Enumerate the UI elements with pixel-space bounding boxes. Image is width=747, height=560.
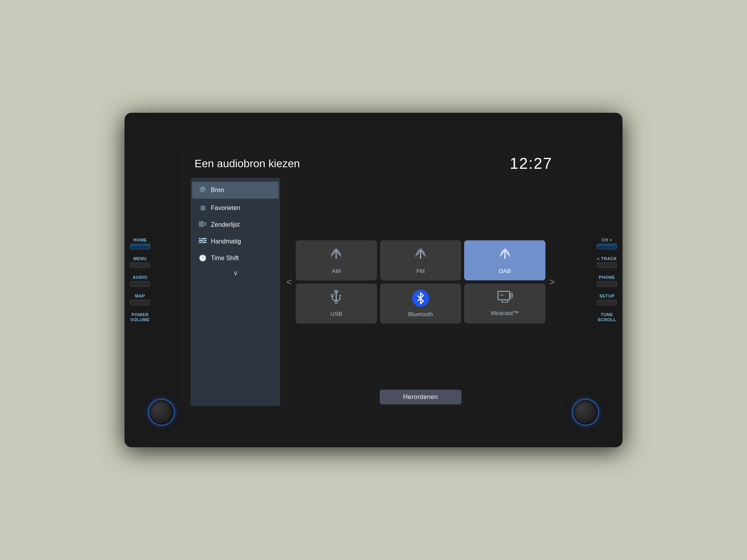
zenderlijst-label: Zenderlijst	[211, 221, 240, 228]
menu-button-group: MENU	[130, 256, 150, 268]
tune-scroll-group: TUNESCROLL	[598, 312, 616, 322]
handmatig-icon	[198, 238, 207, 245]
source-grid-wrapper: < AM	[285, 178, 556, 386]
source-dab[interactable]: DAB	[464, 240, 545, 280]
audio-button[interactable]	[130, 281, 150, 287]
svg-point-12	[420, 257, 421, 259]
home-label: HOME	[133, 238, 147, 242]
map-button[interactable]	[130, 300, 150, 305]
timeshift-label: Time Shift	[211, 255, 238, 262]
power-volume-group: POWERVOLUME	[130, 312, 150, 322]
bron-icon	[198, 186, 207, 195]
sidebar-item-timeshift[interactable]: 🕐 Time Shift	[192, 250, 279, 266]
screen-clock: 12:27	[510, 155, 552, 172]
sidebar-menu: Bron ⊞ Favorieten	[191, 178, 280, 406]
phone-label: PHONE	[599, 275, 615, 280]
svg-rect-5	[199, 238, 207, 239]
menu-button[interactable]	[130, 262, 150, 268]
source-usb[interactable]: USB	[296, 284, 377, 324]
am-label: AM	[332, 268, 341, 274]
zenderlijst-icon	[198, 221, 207, 229]
home-button[interactable]	[130, 244, 150, 249]
bottom-bar: Herordenen	[285, 390, 556, 406]
tune-scroll-label: TUNESCROLL	[598, 312, 616, 322]
map-button-group: MAP	[130, 294, 150, 305]
svg-rect-10	[202, 242, 203, 243]
sidebar-more-button[interactable]: ∨	[191, 269, 280, 277]
source-fm[interactable]: FM	[380, 240, 461, 280]
svg-rect-8	[200, 238, 202, 240]
power-volume-label: POWERVOLUME	[130, 312, 150, 322]
source-area: < AM	[285, 178, 556, 406]
setup-label: SETUP	[599, 294, 614, 298]
am-icon	[329, 247, 344, 264]
dab-icon	[498, 247, 512, 264]
infotainment-screen: Een audiobron kiezen 12:27 Bron	[183, 148, 564, 412]
map-label: MAP	[135, 294, 145, 298]
svg-point-11	[335, 257, 337, 259]
svg-rect-4	[199, 226, 204, 226]
svg-rect-15	[331, 294, 333, 296]
right-button-panel: CH > < TRACK PHONE SETUP TUNESCROLL	[591, 230, 622, 330]
track-button[interactable]	[597, 262, 617, 268]
track-label: < TRACK	[597, 256, 617, 261]
track-button-group: < TRACK	[597, 256, 617, 268]
audio-label: AUDIO	[133, 275, 147, 280]
setup-button-group: SETUP	[597, 294, 617, 305]
bluetooth-icon	[412, 290, 429, 307]
dab-label: DAB	[499, 268, 511, 274]
handmatig-label: Handmatig	[211, 238, 241, 245]
setup-button[interactable]	[597, 300, 617, 305]
svg-rect-9	[203, 240, 204, 242]
screen-title: Een audiobron kiezen	[195, 158, 300, 170]
screen-content: Bron ⊞ Favorieten	[183, 178, 564, 412]
screen-header: Een audiobron kiezen 12:27	[183, 148, 564, 178]
menu-label: MENU	[133, 256, 147, 261]
source-miracast[interactable]: Miracast™	[464, 284, 545, 324]
svg-rect-17	[498, 291, 510, 300]
tune-scroll-knob[interactable]	[572, 399, 599, 426]
next-arrow[interactable]: >	[548, 276, 556, 287]
sidebar-item-bron[interactable]: Bron	[192, 182, 279, 199]
sidebar-item-handmatig[interactable]: Handmatig	[192, 234, 279, 249]
svg-rect-3	[199, 224, 204, 224]
audio-button-group: AUDIO	[130, 275, 150, 287]
phone-button[interactable]	[597, 281, 617, 287]
svg-rect-6	[199, 240, 207, 241]
bluetooth-label: Bluetooth	[408, 311, 433, 317]
car-infotainment-unit: HOME MENU AUDIO MAP POWERVOLUME CH > < T…	[124, 113, 622, 447]
fm-icon	[413, 247, 428, 264]
miracast-label: Miracast™	[491, 310, 519, 316]
favorieten-icon: ⊞	[198, 204, 207, 212]
svg-point-13	[504, 257, 506, 259]
sidebar-item-zenderlijst[interactable]: Zenderlijst	[192, 217, 279, 233]
ch-button[interactable]	[597, 244, 617, 249]
usb-icon	[330, 290, 342, 306]
home-button-group: HOME	[130, 238, 150, 249]
left-button-panel: HOME MENU AUDIO MAP POWERVOLUME	[124, 230, 156, 330]
favorieten-label: Favorieten	[211, 205, 240, 212]
source-am[interactable]: AM	[296, 240, 377, 280]
prev-arrow[interactable]: <	[285, 276, 293, 287]
timeshift-icon: 🕐	[198, 254, 207, 262]
svg-point-16	[335, 301, 337, 303]
source-bluetooth[interactable]: Bluetooth	[380, 284, 461, 324]
ch-button-group: CH >	[597, 238, 617, 249]
power-volume-knob[interactable]	[148, 399, 175, 426]
source-grid: AM FM	[296, 240, 545, 324]
bron-label: Bron	[211, 187, 224, 194]
miracast-icon	[497, 290, 513, 306]
usb-label: USB	[330, 310, 342, 317]
sidebar-item-favorieten[interactable]: ⊞ Favorieten	[192, 200, 279, 215]
svg-rect-2	[199, 222, 204, 222]
reorder-button[interactable]: Herordenen	[380, 390, 461, 404]
ch-label: CH >	[601, 238, 612, 242]
fm-label: FM	[416, 268, 425, 274]
phone-button-group: PHONE	[597, 275, 617, 287]
